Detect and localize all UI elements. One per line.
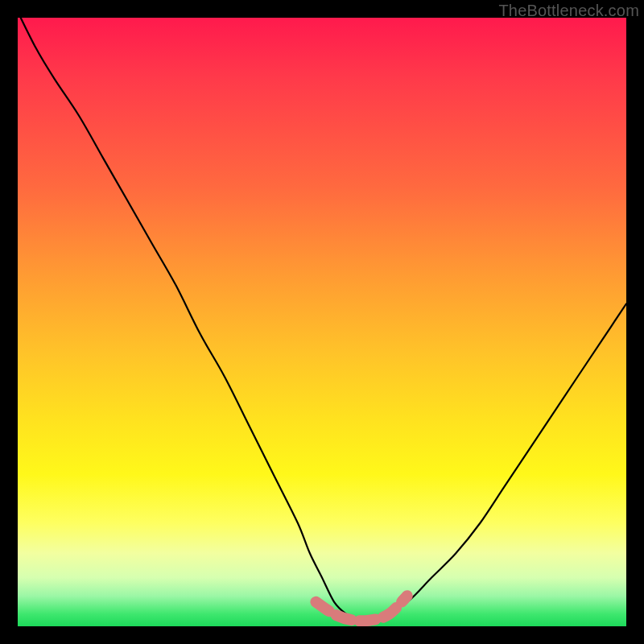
- watermark-text: TheBottleneck.com: [498, 2, 639, 20]
- chart-svg: [18, 18, 626, 626]
- chart-area: [18, 18, 626, 626]
- flat-highlight: [316, 596, 407, 621]
- bottleneck-curve: [18, 18, 626, 621]
- outer-frame: TheBottleneck.com: [0, 0, 644, 644]
